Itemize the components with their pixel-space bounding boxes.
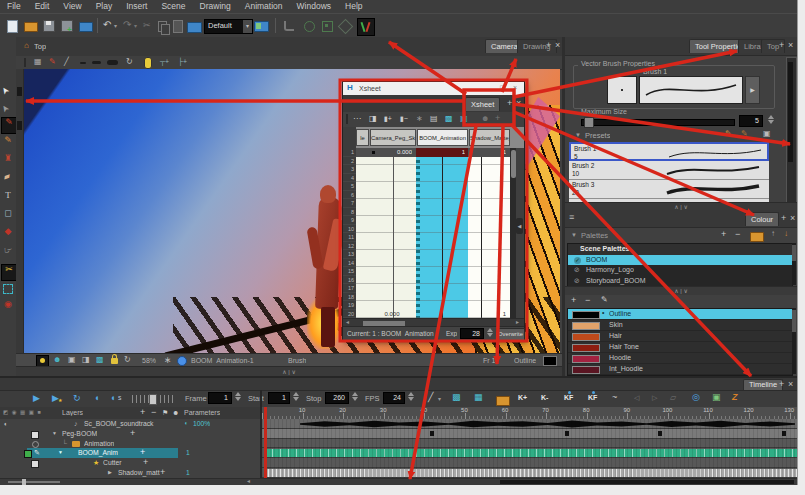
- unpaint-tool-icon[interactable]: ◉: [1, 300, 15, 315]
- guide-vertical-icon[interactable]: ├+: [178, 58, 187, 65]
- menu-windows[interactable]: Windows: [290, 0, 338, 13]
- swatch-row-skin[interactable]: Skin: [568, 320, 792, 331]
- menu-animation[interactable]: Animation: [238, 0, 290, 13]
- xsheet-row-20[interactable]: 0.000 1: [356, 310, 510, 319]
- exp-value[interactable]: 28: [460, 328, 484, 339]
- stroke-small-icon[interactable]: [80, 62, 86, 64]
- line-style-dropdown-icon[interactable]: ▾: [438, 396, 441, 402]
- line-mode-icon[interactable]: ╱: [64, 58, 69, 66]
- exp-spinner[interactable]: [486, 328, 494, 337]
- auto-flatten-icon[interactable]: ↻: [126, 58, 133, 66]
- zoom-slider-thumb[interactable]: [149, 394, 157, 405]
- frame-spinner[interactable]: [234, 392, 242, 401]
- show-selection-icon[interactable]: ☻: [481, 115, 489, 123]
- export-image-icon[interactable]: ▩: [445, 115, 453, 123]
- camera-view-icon[interactable]: ▣: [712, 393, 721, 402]
- flag-layer-button[interactable]: ⚑: [162, 409, 168, 416]
- palette-scrollstrip[interactable]: ∧ | ∨: [565, 286, 797, 295]
- scroll-down-icon[interactable]: ∨: [291, 369, 295, 375]
- marquee-tool-icon[interactable]: [3, 284, 13, 294]
- scroll-left-icon[interactable]: ◄: [246, 479, 251, 484]
- paint-tool-icon[interactable]: ◆: [1, 227, 15, 242]
- menu-drawing[interactable]: Drawing: [193, 0, 238, 13]
- undo-dropdown-icon[interactable]: ▾: [114, 23, 117, 29]
- scroll-up-icon[interactable]: ∧: [282, 369, 286, 375]
- swatch-row-hoodie[interactable]: Hoodie: [568, 353, 792, 364]
- print-icon[interactable]: ▤: [430, 115, 438, 123]
- tab-colour[interactable]: Colour: [745, 212, 779, 226]
- stamp-tool-icon[interactable]: ♜: [1, 154, 15, 169]
- colour-flower-icon[interactable]: [177, 356, 187, 366]
- edit-pencil-icon[interactable]: ✎: [34, 449, 40, 456]
- edit-colour-icon[interactable]: ✎: [601, 296, 608, 304]
- movie-icon[interactable]: [187, 22, 202, 33]
- node-group-icon[interactable]: [322, 21, 333, 32]
- close-view-button[interactable]: ×: [790, 212, 795, 225]
- preset-dropdown[interactable]: Default ▾: [204, 19, 253, 34]
- add-sublayer-button[interactable]: +: [160, 468, 165, 477]
- scrollbar-thumb[interactable]: [792, 310, 796, 332]
- stroke-large-icon[interactable]: [107, 60, 118, 65]
- xsheet-row-1[interactable]: 0.000 1 1: [356, 148, 510, 157]
- column-menu-icon[interactable]: ⋯: [353, 115, 361, 123]
- preset-brush-2[interactable]: Brush 2 10: [569, 161, 769, 180]
- track-animation[interactable]: [262, 439, 797, 449]
- track-boom-anim[interactable]: [262, 448, 797, 458]
- frame-value[interactable]: 1: [208, 392, 232, 404]
- scroll-right-icon[interactable]: ►: [515, 320, 520, 325]
- settings-gear-icon[interactable]: ∗: [164, 356, 172, 365]
- expand-icon[interactable]: ▼: [52, 431, 57, 436]
- xsheet-timeline-toggle-icon[interactable]: [357, 18, 375, 36]
- add-sublayer-button[interactable]: +: [140, 448, 145, 457]
- track-hscrollbar[interactable]: [500, 480, 794, 484]
- add-palette-icon[interactable]: +: [721, 230, 726, 239]
- text-tool-icon[interactable]: T: [1, 191, 15, 206]
- panel-menu-icon[interactable]: ≡: [569, 213, 574, 222]
- toolbar-grip[interactable]: [24, 58, 26, 67]
- expand-icon[interactable]: ▼: [58, 450, 63, 455]
- brush-tool-icon[interactable]: ✎: [1, 117, 17, 134]
- close-view-button[interactable]: ×: [555, 39, 560, 52]
- add-keyframe-icon[interactable]: KF: [564, 394, 573, 401]
- menu-scene[interactable]: Scene: [154, 0, 192, 13]
- pencil-tool-icon[interactable]: ✎: [1, 136, 15, 151]
- layer-row-shadow-matte[interactable]: ▶ Shadow_matt + 1: [0, 468, 260, 478]
- column-partial-cells[interactable]: [356, 148, 370, 318]
- swatch-row-hair-tone[interactable]: Hair Tone: [568, 342, 792, 353]
- layer-checkbox[interactable]: [31, 431, 39, 439]
- brush-preview-expand-button[interactable]: ▶: [745, 76, 760, 104]
- loop-button[interactable]: ↻: [73, 394, 81, 403]
- add-frames-icon[interactable]: +: [495, 114, 500, 123]
- close-window-button[interactable]: ×: [513, 84, 517, 91]
- palette-list-scrollbar[interactable]: [792, 243, 796, 285]
- paste-icon[interactable]: [173, 20, 183, 33]
- expand-icon[interactable]: ▶: [108, 470, 112, 475]
- remove-layer-button[interactable]: −: [151, 408, 156, 417]
- colour-chip[interactable]: [24, 450, 32, 458]
- fps-value[interactable]: 24: [383, 392, 405, 404]
- fps-spinner[interactable]: [407, 392, 415, 401]
- preset-brush-1[interactable]: Brush 1 5: [569, 142, 769, 161]
- play-button[interactable]: ▶: [33, 394, 40, 403]
- cut-icon[interactable]: ✂: [143, 21, 151, 30]
- copy-icon[interactable]: [158, 21, 167, 32]
- tool-presets-icon[interactable]: [284, 21, 294, 31]
- current-colour-swatch[interactable]: [543, 356, 557, 366]
- add-view-button[interactable]: +: [507, 97, 512, 110]
- eraser-tool-icon[interactable]: ▰: [0, 170, 17, 189]
- timeline-zoom-mini-slider[interactable]: [8, 481, 60, 483]
- palette-row-harmony-logo[interactable]: ⊘ Harmony_Logo: [568, 265, 792, 276]
- new-preset-icon[interactable]: ✎: [725, 130, 732, 138]
- reset-view-icon[interactable]: ↻: [124, 356, 131, 364]
- camera-mask-icon[interactable]: ▣: [68, 356, 76, 364]
- swatch-row-outline[interactable]: • Outline: [568, 309, 792, 320]
- menu-help[interactable]: Help: [338, 0, 369, 13]
- palette-row-storyboard[interactable]: ⊘ Storyboard_BOOM: [568, 276, 792, 287]
- tab-xsheet[interactable]: Xsheet: [465, 97, 500, 111]
- palettes-collapse-icon[interactable]: ▼: [571, 232, 577, 238]
- sound-scrub-button[interactable]: ◖: [110, 394, 115, 403]
- track-cutter[interactable]: [262, 458, 797, 468]
- palette-up-icon[interactable]: ↑: [771, 230, 775, 238]
- sound-button[interactable]: ◖: [94, 394, 99, 403]
- remove-keyframe-icon[interactable]: KF: [588, 394, 597, 401]
